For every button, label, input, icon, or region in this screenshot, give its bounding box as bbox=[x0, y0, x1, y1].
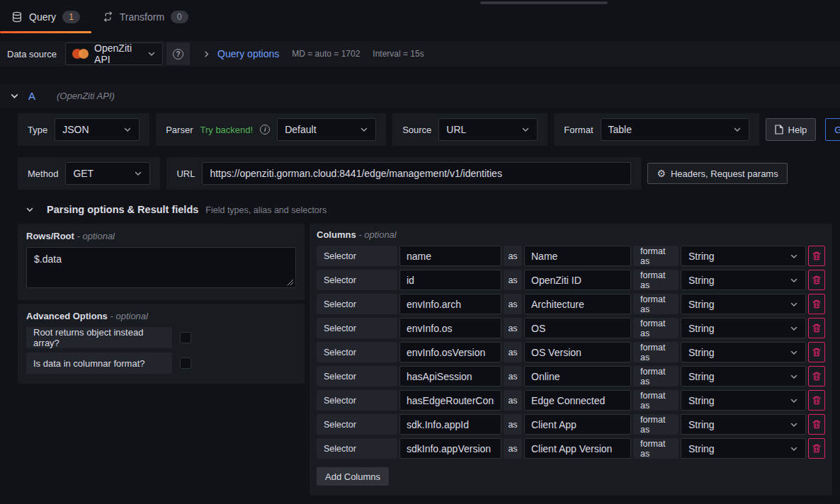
selector-label: Selector bbox=[317, 414, 397, 435]
column-format-select[interactable]: String bbox=[681, 270, 806, 290]
delete-column-button[interactable] bbox=[808, 318, 825, 338]
column-format-value: String bbox=[688, 443, 715, 454]
column-row: Selector as format as String bbox=[317, 390, 825, 411]
column-row: Selector as format as String bbox=[317, 366, 825, 386]
alias-input[interactable] bbox=[524, 438, 631, 459]
rows-root-input[interactable]: $.data bbox=[26, 247, 296, 288]
source-select[interactable]: URL bbox=[438, 118, 538, 141]
column-format-select[interactable]: String bbox=[681, 438, 806, 459]
as-label: as bbox=[504, 438, 522, 459]
method-select-value: GET bbox=[73, 168, 93, 179]
chevron-down-icon bbox=[790, 445, 798, 453]
alias-input[interactable] bbox=[524, 342, 631, 362]
datasource-help-button[interactable]: ? bbox=[166, 42, 190, 65]
column-format-value: String bbox=[688, 419, 715, 430]
selector-input[interactable] bbox=[399, 294, 501, 314]
delete-column-button[interactable] bbox=[808, 342, 825, 362]
add-columns-button[interactable]: Add Columns bbox=[317, 467, 389, 486]
try-backend-hint[interactable]: Try backend! bbox=[200, 125, 253, 135]
selector-input[interactable] bbox=[399, 414, 501, 435]
circled-question-icon: ? bbox=[173, 49, 183, 59]
tab-query[interactable]: Query 1 bbox=[0, 0, 91, 33]
columns-optional: - optional bbox=[358, 229, 396, 240]
tab-transform[interactable]: Transform 0 bbox=[91, 0, 200, 33]
selector-input[interactable] bbox=[399, 246, 501, 266]
as-label: as bbox=[504, 246, 522, 266]
url-field: URL bbox=[166, 157, 641, 190]
help-button[interactable]: Help bbox=[766, 118, 817, 141]
rows-root-optional: - optional bbox=[77, 231, 115, 241]
parsing-section-header[interactable]: Parsing options & Result fields Field ty… bbox=[18, 204, 825, 215]
left-options-column: Rows/Root - optional $.data Advanced Opt… bbox=[18, 224, 305, 384]
query-ref-id: A bbox=[28, 90, 35, 102]
alias-input[interactable] bbox=[524, 414, 631, 435]
chevron-down-icon bbox=[790, 396, 798, 405]
delete-column-button[interactable] bbox=[808, 438, 825, 459]
columnar-format-label: Is data in columnar format? bbox=[26, 353, 172, 374]
format-select[interactable]: Table bbox=[601, 118, 749, 141]
type-select[interactable]: JSON bbox=[55, 118, 140, 141]
chevron-down-icon bbox=[790, 324, 798, 333]
query-datasource-hint: (OpenZiti API) bbox=[57, 91, 115, 101]
selector-input[interactable] bbox=[399, 390, 501, 411]
column-row: Selector as format as String bbox=[317, 246, 825, 266]
trash-icon bbox=[812, 275, 821, 285]
selector-input[interactable] bbox=[399, 366, 501, 386]
trash-icon bbox=[812, 323, 821, 333]
delete-column-button[interactable] bbox=[808, 414, 825, 435]
column-format-select[interactable]: String bbox=[681, 366, 806, 386]
pane-resize-handle[interactable] bbox=[480, 1, 608, 4]
document-icon bbox=[775, 125, 783, 134]
url-input[interactable] bbox=[202, 162, 631, 185]
delete-column-button[interactable] bbox=[808, 246, 825, 266]
query-options-toggle[interactable]: Query options bbox=[217, 48, 279, 59]
advanced-options-panel: Advanced Options - optional Root returns… bbox=[18, 304, 305, 384]
column-format-select[interactable]: String bbox=[681, 390, 806, 411]
datasource-picker-value: OpenZiti API bbox=[94, 42, 142, 65]
as-label: as bbox=[504, 390, 522, 411]
alias-input[interactable] bbox=[524, 270, 631, 290]
delete-column-button[interactable] bbox=[808, 366, 825, 386]
column-format-select[interactable]: String bbox=[681, 318, 806, 338]
advanced-options-heading: Advanced Options - optional bbox=[26, 311, 296, 321]
github-button[interactable]: Github bbox=[825, 118, 840, 141]
delete-column-button[interactable] bbox=[808, 390, 825, 411]
delete-column-button[interactable] bbox=[808, 270, 825, 290]
trash-icon bbox=[812, 299, 821, 309]
columnar-format-checkbox[interactable] bbox=[180, 357, 191, 369]
chevron-down-icon bbox=[147, 50, 156, 58]
column-format-select[interactable]: String bbox=[681, 294, 806, 314]
advanced-options-optional: - optional bbox=[110, 311, 147, 321]
query-row-header[interactable]: A (OpenZiti API) bbox=[0, 84, 840, 108]
column-row: Selector as format as String bbox=[317, 414, 825, 435]
column-format-value: String bbox=[688, 371, 715, 382]
trash-icon bbox=[812, 396, 821, 405]
interval-text: Interval = 15s bbox=[373, 49, 424, 59]
root-returns-object-checkbox[interactable] bbox=[180, 332, 191, 343]
alias-input[interactable] bbox=[524, 294, 631, 314]
parser-select[interactable]: Default bbox=[277, 118, 376, 141]
delete-column-button[interactable] bbox=[808, 294, 825, 314]
as-label: as bbox=[504, 366, 522, 386]
format-as-label: format as bbox=[633, 246, 679, 266]
selector-input[interactable] bbox=[399, 438, 501, 459]
alias-input[interactable] bbox=[524, 246, 631, 266]
selector-label: Selector bbox=[317, 390, 397, 411]
options-row: Type JSON Parser Try backend! i Default … bbox=[18, 113, 825, 146]
column-format-select[interactable]: String bbox=[681, 414, 806, 435]
method-select[interactable]: GET bbox=[65, 162, 150, 185]
datasource-picker[interactable]: OpenZiti API bbox=[65, 42, 163, 65]
column-format-select[interactable]: String bbox=[681, 342, 806, 362]
alias-input[interactable] bbox=[524, 318, 631, 338]
format-as-label: format as bbox=[633, 366, 679, 386]
selector-input[interactable] bbox=[399, 342, 501, 362]
column-format-select[interactable]: String bbox=[681, 246, 806, 266]
alias-input[interactable] bbox=[524, 390, 631, 411]
headers-request-params-button[interactable]: ⚙ Headers, Request params bbox=[647, 163, 787, 184]
alias-input[interactable] bbox=[524, 366, 631, 386]
database-icon bbox=[11, 11, 23, 23]
angle-down-icon bbox=[10, 91, 19, 101]
selector-label: Selector bbox=[317, 318, 397, 338]
selector-input[interactable] bbox=[399, 318, 501, 338]
selector-input[interactable] bbox=[399, 270, 501, 290]
